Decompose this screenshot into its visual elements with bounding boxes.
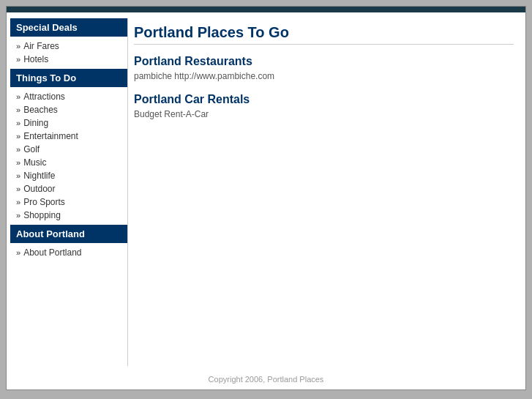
- sidebar-item-nightlife[interactable]: » Nightlife: [10, 169, 127, 182]
- content-area: Special Deals » Air Fares » Hotels Thing…: [7, 12, 525, 366]
- sidebar-item-outdoor[interactable]: » Outdoor: [10, 182, 127, 195]
- bullet-icon: »: [16, 42, 20, 51]
- sidebar-item-golf[interactable]: » Golf: [10, 143, 127, 156]
- sidebar-item-air-fares[interactable]: » Air Fares: [10, 40, 127, 53]
- page-title: Portland Places To Go: [134, 24, 514, 45]
- bullet-icon: »: [16, 248, 20, 257]
- sidebar-item-beaches[interactable]: » Beaches: [10, 103, 127, 116]
- sidebar-item-about-portland[interactable]: » About Portland: [10, 246, 127, 259]
- sidebar-item-pro-sports[interactable]: » Pro Sports: [10, 195, 127, 209]
- sidebar-item-label: About Portland: [23, 247, 81, 258]
- restaurants-section-subtitle: pambiche http://www.pambiche.com: [134, 71, 514, 81]
- restaurants-section-title: Portland Restaurants: [134, 55, 514, 68]
- bullet-icon: »: [16, 198, 20, 206]
- sidebar-item-label: Attractions: [23, 92, 65, 102]
- sidebar-item-label: Shopping: [23, 210, 61, 220]
- sidebar-item-label: Outdoor: [23, 184, 55, 194]
- bullet-icon: »: [16, 145, 20, 154]
- sidebar-header-special-deals[interactable]: Special Deals: [10, 18, 127, 37]
- bullet-icon: »: [16, 184, 20, 193]
- car-rentals-section-title: Portland Car Rentals: [134, 93, 514, 106]
- sidebar-item-music[interactable]: » Music: [10, 156, 127, 169]
- sidebar-item-label: Air Fares: [23, 41, 59, 51]
- sidebar-item-shopping[interactable]: » Shopping: [10, 209, 127, 222]
- bullet-icon: »: [16, 158, 20, 167]
- sidebar-header-about-portland[interactable]: About Portland: [10, 225, 127, 243]
- bullet-icon: »: [16, 171, 20, 180]
- bullet-icon: »: [16, 132, 20, 141]
- bullet-icon: »: [16, 105, 20, 114]
- sidebar-item-label: Entertainment: [23, 131, 78, 141]
- bullet-icon: »: [16, 119, 20, 127]
- sidebar-item-entertainment[interactable]: » Entertainment: [10, 130, 127, 143]
- footer-text: Copyright 2006, Portland Places: [209, 375, 324, 384]
- bullet-icon: »: [16, 92, 20, 101]
- sidebar-item-label: Nightlife: [23, 171, 55, 181]
- sidebar-item-hotels[interactable]: » Hotels: [10, 53, 127, 66]
- top-bar: [7, 7, 525, 12]
- bullet-icon: »: [16, 211, 20, 220]
- main-content: Portland Places To Go Portland Restauran…: [127, 18, 525, 366]
- sidebar-item-label: Beaches: [23, 105, 58, 115]
- sidebar-item-label: Dining: [23, 118, 48, 128]
- sidebar-item-label: Hotels: [23, 54, 48, 64]
- sidebar: Special Deals » Air Fares » Hotels Thing…: [7, 18, 127, 366]
- bullet-icon: »: [16, 55, 20, 64]
- footer: Copyright 2006, Portland Places: [7, 366, 525, 389]
- sidebar-item-dining[interactable]: » Dining: [10, 116, 127, 130]
- sidebar-item-attractions[interactable]: » Attractions: [10, 90, 127, 103]
- page-wrapper: Special Deals » Air Fares » Hotels Thing…: [6, 6, 526, 390]
- car-rentals-section-subtitle: Budget Rent-A-Car: [134, 109, 514, 119]
- sidebar-item-label: Golf: [23, 144, 40, 154]
- sidebar-item-label: Music: [23, 157, 46, 168]
- sidebar-item-label: Pro Sports: [23, 197, 65, 207]
- sidebar-header-things-to-do[interactable]: Things To Do: [10, 69, 127, 87]
